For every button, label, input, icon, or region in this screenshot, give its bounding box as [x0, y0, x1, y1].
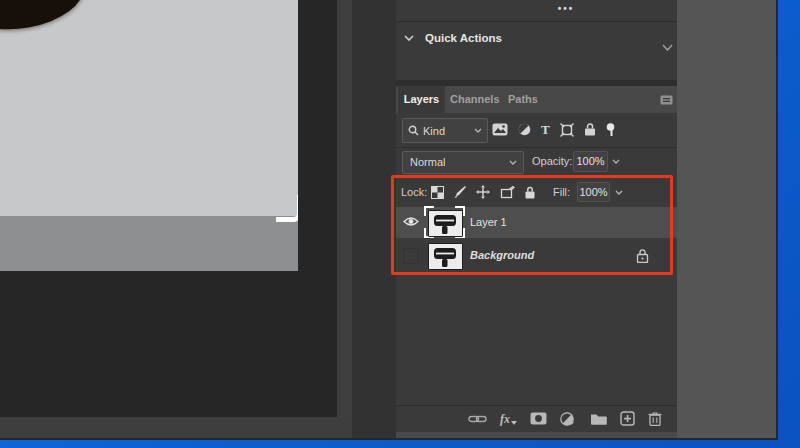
- add-layer-mask-icon[interactable]: [530, 412, 547, 425]
- chevron-down-icon: [474, 128, 482, 133]
- panel-dock-gutter: [352, 0, 396, 438]
- filter-kind-dropdown[interactable]: Kind: [402, 118, 488, 143]
- layer-style-fx-icon[interactable]: fx: [500, 413, 517, 425]
- paint-roller-photo-fragment: [0, 0, 88, 38]
- pixel-layers-filter-icon[interactable]: [492, 123, 508, 136]
- document-status-bar: [0, 417, 352, 438]
- delete-layer-trash-icon[interactable]: [648, 411, 662, 426]
- opacity-label: Opacity:: [532, 149, 572, 174]
- document-gray-band: [0, 216, 298, 271]
- link-layers-icon[interactable]: [468, 414, 487, 424]
- chevron-down-icon[interactable]: [612, 159, 620, 164]
- shape-layers-filter-icon[interactable]: [560, 123, 574, 137]
- type-layers-filter-icon[interactable]: T: [541, 122, 550, 138]
- filter-kind-label: Kind: [423, 125, 445, 137]
- chevron-down-icon: [404, 35, 414, 41]
- canvas-scrollbar-track[interactable]: [337, 0, 352, 417]
- layers-panel-tabbar: Layers Channels Paths: [396, 86, 677, 113]
- blend-mode-dropdown[interactable]: Normal: [402, 151, 524, 174]
- tab-paths[interactable]: Paths: [508, 86, 538, 113]
- panel-overflow-dots[interactable]: •••: [536, 0, 596, 18]
- quick-actions-label: Quick Actions: [425, 32, 502, 44]
- panel-menu-icon[interactable]: [660, 95, 673, 105]
- tab-channels[interactable]: Channels: [450, 86, 500, 113]
- properties-panel: ••• Quick Actions: [396, 0, 677, 80]
- canvas-area[interactable]: [0, 0, 337, 417]
- document-canvas[interactable]: [0, 0, 298, 271]
- opacity-value-field[interactable]: 100%: [573, 151, 608, 172]
- quick-actions-header[interactable]: Quick Actions: [404, 32, 502, 44]
- panel-scroll-chevron-icon[interactable]: [662, 44, 673, 51]
- search-icon: [408, 125, 419, 136]
- divider: [396, 147, 677, 148]
- transform-corner-handle[interactable]: [276, 195, 298, 222]
- divider: [396, 21, 677, 22]
- new-adjustment-layer-icon[interactable]: [560, 412, 577, 426]
- window-right-gutter: [677, 0, 776, 438]
- photoshop-window: ••• Quick Actions Layers Channels Paths: [0, 0, 778, 440]
- filter-pin-icon[interactable]: [606, 123, 615, 137]
- chevron-down-icon: [509, 160, 517, 165]
- smart-object-filter-icon[interactable]: [584, 123, 596, 136]
- new-layer-icon[interactable]: [620, 411, 635, 426]
- blend-mode-value: Normal: [403, 152, 523, 173]
- tab-layers[interactable]: Layers: [398, 86, 445, 113]
- adjustment-layers-filter-icon[interactable]: [518, 123, 531, 136]
- layers-panel-bottom-bar: fx: [396, 405, 677, 431]
- tutorial-highlight-rectangle: [391, 175, 673, 275]
- screenshot-stage: ••• Quick Actions Layers Channels Paths: [0, 0, 800, 448]
- blend-opacity-row: Normal Opacity: 100%: [396, 149, 677, 174]
- new-group-folder-icon[interactable]: [590, 412, 607, 425]
- layer-filter-row: Kind T: [396, 113, 677, 147]
